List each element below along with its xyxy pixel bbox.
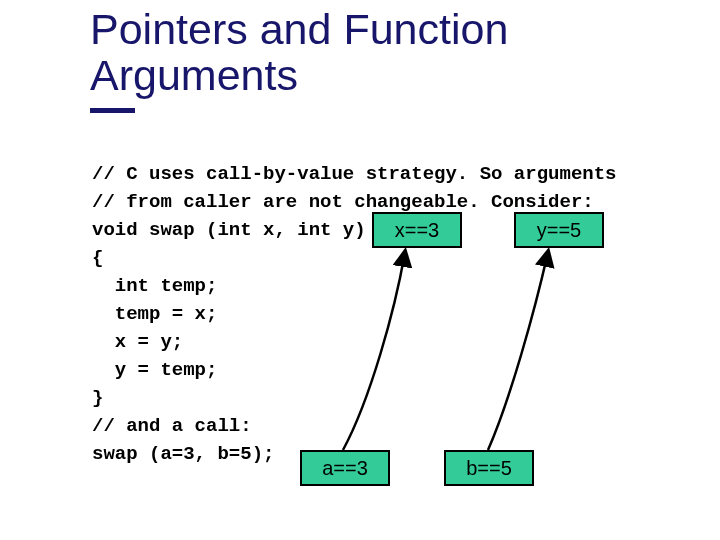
value-box-y: y==5 — [514, 212, 604, 248]
slide: Pointers and Function Arguments // C use… — [0, 0, 720, 540]
value-box-a: a==3 — [300, 450, 390, 486]
slide-title: Pointers and Function Arguments — [90, 6, 650, 99]
code-block: // C uses call-by-value strategy. So arg… — [92, 160, 617, 468]
value-box-b: b==5 — [444, 450, 534, 486]
title-accent-bar — [90, 108, 135, 113]
value-box-x: x==3 — [372, 212, 462, 248]
